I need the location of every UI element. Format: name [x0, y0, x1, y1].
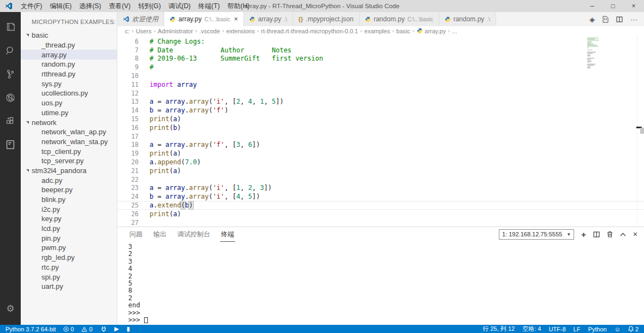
breadcrumb-item[interactable]: Users	[136, 28, 152, 34]
tree-file-spi.py[interactable]: spi.py	[21, 272, 117, 282]
menu-item[interactable]: 帮助(H)	[224, 2, 254, 11]
code-line-12[interactable]: 12	[117, 89, 644, 98]
tree-file-rtthread.py[interactable]: rtthread.py	[21, 69, 117, 79]
tree-file-rtc.py[interactable]: rtc.py	[21, 263, 117, 272]
settings-gear-icon[interactable]: ⚙	[0, 297, 21, 320]
editor-tab-random.py[interactable]: random.py.\	[439, 12, 496, 26]
code-line-23[interactable]: 23a = array.array('i', [1, 2, 3])	[117, 184, 644, 193]
code-line-11[interactable]: 11import array	[117, 80, 644, 89]
split-terminal-icon[interactable]	[593, 231, 600, 237]
feedback-smiley-icon[interactable]: ☺	[615, 326, 621, 332]
language-mode[interactable]: Python	[588, 326, 606, 332]
notifications-bell[interactable]: 2	[628, 326, 639, 332]
code-line-22[interactable]: 22	[117, 175, 644, 184]
menu-item[interactable]: 选择(S)	[75, 2, 105, 11]
breadcrumb-item[interactable]: ...	[452, 28, 457, 34]
code-line-26[interactable]: 26print(a)	[117, 210, 644, 218]
code-editor[interactable]: 6# Change Logs:7# Date Author Notes8# 20…	[117, 35, 644, 227]
editor-tab-array.py[interactable]: array.py.\	[244, 12, 293, 26]
panel-tab-输出[interactable]: 输出	[152, 227, 168, 242]
code-line-6[interactable]: 6# Change Logs:	[117, 37, 644, 46]
debug-icon[interactable]	[0, 86, 21, 109]
indentation[interactable]: 空格: 4	[522, 325, 541, 333]
code-line-21[interactable]: 21print(a)	[117, 166, 644, 175]
editor-tab-random.py[interactable]: random.pyC:\...\basic	[360, 12, 439, 26]
kill-terminal-trash-icon[interactable]	[607, 231, 613, 237]
tree-folder-stm32l4_pandora[interactable]: stm32l4_pandora	[21, 166, 117, 176]
menu-item[interactable]: 调试(D)	[165, 2, 195, 11]
panel-tab-终端[interactable]: 终端	[220, 227, 235, 242]
code-line-7[interactable]: 7# Date Author Notes	[117, 46, 644, 55]
menu-item[interactable]: 查看(V)	[105, 2, 134, 11]
device-connect-icon[interactable]	[100, 326, 107, 332]
extensions-icon[interactable]	[0, 109, 21, 133]
tree-file-uart.py[interactable]: uart.py	[21, 282, 117, 292]
maximize-panel-icon[interactable]	[620, 233, 626, 236]
problems-warnings[interactable]: 0	[81, 326, 92, 332]
code-line-9[interactable]: 9#	[117, 63, 644, 72]
code-line-18[interactable]: 18a = array.array('f', [3, 6])	[117, 141, 644, 150]
tree-file-random.py[interactable]: random.py	[21, 60, 117, 69]
code-line-14[interactable]: 14b = array.array('f')	[117, 106, 644, 115]
editor-tab-array.py[interactable]: array.pyC:\...\basic×	[164, 12, 244, 26]
tree-file-tcp_client.py[interactable]: tcp_client.py	[21, 146, 117, 156]
tree-file-pwm.py[interactable]: pwm.py	[21, 243, 117, 253]
micropython-examples-icon[interactable]	[0, 133, 21, 156]
terminal-output[interactable]: 32342582end>>>>>>	[117, 241, 644, 325]
stop-icon[interactable]: ▮	[127, 325, 130, 332]
editor-tab-.mpyproject.json[interactable]: {}.mpyproject.json	[293, 12, 360, 26]
tree-file-network_wlan_ap.py[interactable]: network_wlan_ap.py	[21, 127, 117, 137]
tree-file-sys.py[interactable]: sys.py	[21, 79, 117, 88]
close-button[interactable]: ×	[623, 0, 644, 12]
code-line-19[interactable]: 19print(a)	[117, 149, 644, 158]
menu-item[interactable]: 编辑(E)	[46, 2, 75, 11]
breadcrumb-item[interactable]: array.py	[425, 28, 446, 34]
tree-file-utime.py[interactable]: utime.py	[21, 108, 117, 118]
open-changes-icon[interactable]	[603, 16, 609, 23]
code-line-20[interactable]: 20a.append(7.0)	[117, 158, 644, 166]
source-control-icon[interactable]	[0, 62, 21, 86]
problems-errors[interactable]: 0	[63, 326, 74, 332]
code-line-24[interactable]: 24b = array.array('i', [4, 5])	[117, 192, 644, 201]
tree-file-ucollections.py[interactable]: ucollections.py	[21, 88, 117, 98]
tree-file-key.py[interactable]: key.py	[21, 214, 117, 224]
code-line-8[interactable]: 8# 2019-06-13 SummerGift first version	[117, 55, 644, 63]
code-line-13[interactable]: 13a = array.array('i', [2, 4, 1, 5])	[117, 98, 644, 106]
breadcrumb-item[interactable]: rt-thread.rt-thread-micropython-0.0.1	[261, 28, 358, 34]
breadcrumb-item[interactable]: basic	[396, 28, 410, 34]
menu-item[interactable]: 转到(G)	[134, 2, 164, 11]
tree-file-lcd.py[interactable]: lcd.py	[21, 224, 117, 234]
breadcrumb-item[interactable]: .vscode	[199, 28, 220, 34]
breadcrumb-item[interactable]: c:	[125, 28, 130, 34]
close-panel-icon[interactable]: ×	[633, 230, 637, 239]
tree-file-blink.py[interactable]: blink.py	[21, 195, 117, 205]
explorer-icon[interactable]	[0, 15, 21, 39]
code-line-17[interactable]: 17	[117, 132, 644, 141]
tab-close-icon[interactable]: ×	[234, 15, 238, 23]
tree-file-beeper.py[interactable]: beeper.py	[21, 185, 117, 195]
tree-file-rgb_led.py[interactable]: rgb_led.py	[21, 253, 117, 263]
breadcrumb-item[interactable]: extensions	[226, 28, 255, 34]
maximize-button[interactable]: □	[603, 0, 623, 12]
editor-scrollbar[interactable]	[640, 128, 644, 134]
cursor-position[interactable]: 行 25, 列 12	[482, 325, 515, 333]
code-line-27[interactable]: 27	[117, 218, 644, 227]
split-editor-icon[interactable]	[616, 16, 623, 22]
code-line-15[interactable]: 15print(a)	[117, 115, 644, 123]
panel-tab-调试控制台[interactable]: 调试控制台	[176, 227, 211, 242]
tree-file-tcp_server.py[interactable]: tcp_server.py	[21, 156, 117, 166]
terminal-select[interactable]: 1: 192.168.12.75:5555▼	[499, 229, 574, 240]
breadcrumb-item[interactable]: Administrator	[158, 28, 193, 34]
tree-file-uos.py[interactable]: uos.py	[21, 98, 117, 108]
tree-file-i2c.py[interactable]: i2c.py	[21, 204, 117, 214]
menu-item[interactable]: 终端(T)	[194, 2, 223, 11]
tree-folder-network[interactable]: network	[21, 117, 117, 127]
tree-folder-basic[interactable]: basic	[21, 31, 117, 40]
tree-file-pin.py[interactable]: pin.py	[21, 233, 117, 243]
minimize-button[interactable]: –	[582, 0, 603, 12]
more-actions-icon[interactable]: ···	[630, 15, 637, 23]
code-line-16[interactable]: 16print(b)	[117, 123, 644, 132]
editor-tab-欢迎使用[interactable]: 欢迎使用	[117, 12, 164, 26]
python-interpreter[interactable]: Python 3.7.2 64-bit	[5, 326, 56, 332]
panel-tab-问题[interactable]: 问题	[128, 227, 144, 242]
